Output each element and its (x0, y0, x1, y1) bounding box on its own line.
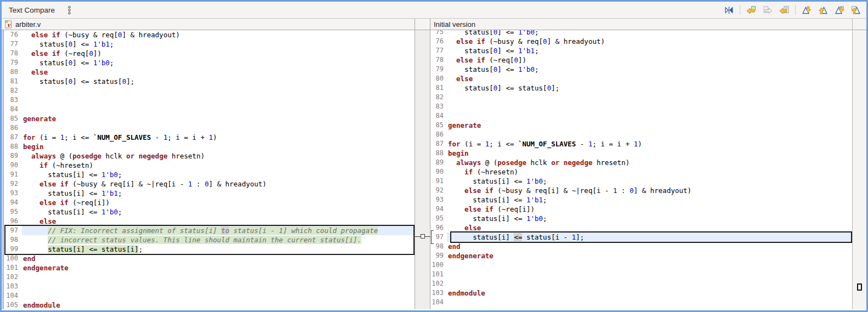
code-line[interactable]: 83 (4, 95, 415, 105)
code-line[interactable]: 78 else if (~req[0]) (4, 49, 415, 58)
code-text[interactable]: else if (~busy & req[0] & hreadyout) (22, 30, 415, 39)
code-text[interactable]: status[i] <= 1'b1; (447, 195, 852, 205)
code-text[interactable]: status[i] <= 1'b0; (22, 170, 415, 179)
code-line[interactable]: 89 always @ (posedge hclk or negedge hre… (430, 158, 852, 167)
code-line[interactable]: 94 else if (~req[i]) (430, 205, 852, 214)
code-text[interactable]: else (22, 217, 415, 226)
previous-change-button[interactable] (850, 4, 862, 16)
code-line[interactable]: 79 status[0] <= 1'b0; (4, 58, 415, 67)
code-text[interactable]: // incorrect status values. This line sh… (22, 235, 415, 245)
code-text[interactable]: status[0] <= 1'b0; (447, 65, 852, 74)
code-line[interactable]: 102 (4, 273, 415, 282)
code-line[interactable]: 77 status[0] <= 1'b1; (430, 46, 852, 55)
code-line[interactable]: 101 (430, 270, 852, 279)
code-line[interactable]: 81 status[0] <= status[0]; (4, 77, 415, 86)
next-difference-button[interactable] (801, 4, 813, 16)
code-line[interactable]: 82 (4, 86, 415, 95)
code-text[interactable]: // FIX: Incorrect assignment of status[i… (22, 226, 415, 235)
code-line[interactable]: 103endmodule (430, 288, 852, 298)
swap-left-and-right-button[interactable] (723, 4, 735, 16)
right-editor-pane[interactable]: 75 status[0] <= 1'b0;76 else if (~busy &… (430, 30, 852, 309)
code-text[interactable]: always @ (posedge hclk or negedge hreset… (447, 158, 852, 167)
code-text[interactable]: for (i = 1; i <= `NUM_OF_SLAVES - 1; i =… (447, 139, 852, 149)
code-line[interactable]: 81 status[0] <= status[0]; (430, 83, 852, 93)
code-line[interactable]: 91 status[i] <= 1'b0; (4, 170, 415, 179)
code-text[interactable]: status[i] <= 1'b1; (22, 189, 415, 198)
code-line[interactable]: 97 status[i] <= status[i - 1]; (430, 232, 852, 242)
code-text[interactable]: endmodule (22, 300, 415, 309)
connector-handle[interactable] (421, 234, 425, 239)
code-text[interactable] (447, 93, 852, 102)
code-line[interactable]: 76 else if (~busy & req[0] & hreadyout) (4, 30, 415, 39)
code-line[interactable]: 90 if (~hresetn) (430, 167, 852, 177)
code-line[interactable]: 87for (i = 1; i <= `NUM_OF_SLAVES - 1; i… (4, 133, 415, 142)
code-text[interactable]: endgenerate (447, 251, 852, 260)
code-text[interactable]: status[i] <= status[i]; (22, 245, 415, 254)
code-line[interactable]: 95 status[i] <= 1'b0; (430, 214, 852, 223)
code-text[interactable] (22, 86, 415, 95)
code-text[interactable]: end (447, 242, 852, 251)
code-text[interactable]: status[i] <= 1'b0; (447, 177, 852, 186)
previous-difference-button[interactable] (817, 4, 829, 16)
code-line[interactable]: 86 (4, 123, 415, 133)
code-text[interactable]: else if (~busy & req[i] & ~|req[i - 1 : … (22, 179, 415, 189)
code-line[interactable]: 87for (i = 1; i <= `NUM_OF_SLAVES - 1; i… (430, 139, 852, 149)
copy-right-to-left-button[interactable] (778, 4, 790, 16)
code-text[interactable] (22, 291, 415, 300)
code-line[interactable]: 104 (430, 298, 852, 307)
code-text[interactable]: endgenerate (22, 263, 415, 273)
code-text[interactable] (447, 111, 852, 121)
code-line[interactable]: 102 (430, 279, 852, 288)
code-line[interactable]: 91 status[i] <= 1'b0; (430, 177, 852, 186)
code-line[interactable]: 100end (4, 254, 415, 263)
code-text[interactable]: else if (~req[i]) (447, 205, 852, 214)
code-text[interactable]: else if (~req[0]) (447, 55, 852, 65)
code-line[interactable]: 105endmodule (4, 300, 415, 309)
code-text[interactable]: else (447, 74, 852, 83)
overview-ruler[interactable] (852, 30, 866, 309)
code-text[interactable]: else if (~req[0]) (22, 49, 415, 58)
code-line[interactable]: 85generate (430, 121, 852, 130)
code-text[interactable]: endmodule (447, 288, 852, 298)
code-line[interactable]: 98 // incorrect status values. This line… (4, 235, 415, 245)
code-text[interactable]: status[i] <= status[i - 1]; (447, 232, 852, 242)
code-line[interactable]: 103 (4, 282, 415, 291)
code-line[interactable]: 101endgenerate (4, 263, 415, 273)
code-line[interactable]: 75 status[0] <= 1'b0; (430, 30, 852, 37)
code-line[interactable]: 80 else (4, 67, 415, 77)
code-text[interactable]: status[i] <= 1'b0; (447, 214, 852, 223)
code-text[interactable]: else if (~busy & req[0] & hreadyout) (447, 37, 852, 46)
code-line[interactable]: 98end (430, 242, 852, 251)
code-line[interactable]: 76 else if (~busy & req[0] & hreadyout) (430, 37, 852, 46)
code-text[interactable]: else if (~busy & req[i] & ~|req[i - 1 : … (447, 186, 852, 195)
code-line[interactable]: 82 (430, 93, 852, 102)
code-line[interactable]: 90 if (~hresetn) (4, 161, 415, 170)
code-text[interactable] (22, 123, 415, 133)
next-change-button[interactable] (833, 4, 846, 16)
code-text[interactable]: if (~hresetn) (22, 161, 415, 170)
code-line[interactable]: 86 (430, 130, 852, 139)
code-line[interactable]: 79 status[0] <= 1'b0; (430, 65, 852, 74)
code-line[interactable]: 96 else (4, 217, 415, 226)
code-text[interactable] (447, 260, 852, 270)
code-text[interactable]: status[0] <= 1'b1; (22, 39, 415, 49)
code-line[interactable]: 99endgenerate (430, 251, 852, 260)
code-line[interactable]: 88begin (430, 149, 852, 158)
code-text[interactable]: always @ (posedge hclk or negedge hreset… (22, 151, 415, 161)
code-text[interactable]: status[0] <= status[0]; (447, 83, 852, 93)
code-line[interactable]: 96 else (430, 223, 852, 232)
code-line[interactable]: 78 else if (~req[0]) (430, 55, 852, 65)
code-line[interactable]: 80 else (430, 74, 852, 83)
code-text[interactable] (447, 102, 852, 111)
code-line[interactable]: 104 (4, 291, 415, 300)
code-text[interactable]: else (22, 67, 415, 77)
copy-all-right-to-left-button[interactable] (745, 4, 757, 16)
code-text[interactable]: else (447, 223, 852, 232)
code-text[interactable]: end (22, 254, 415, 263)
code-text[interactable]: begin (447, 149, 852, 158)
code-text[interactable] (22, 95, 415, 105)
code-line[interactable]: 94 else if (~req[i]) (4, 198, 415, 207)
code-text[interactable]: status[0] <= status[0]; (22, 77, 415, 86)
code-line[interactable]: 92 else if (~busy & req[i] & ~|req[i - 1… (430, 186, 852, 195)
code-text[interactable]: generate (22, 114, 415, 123)
